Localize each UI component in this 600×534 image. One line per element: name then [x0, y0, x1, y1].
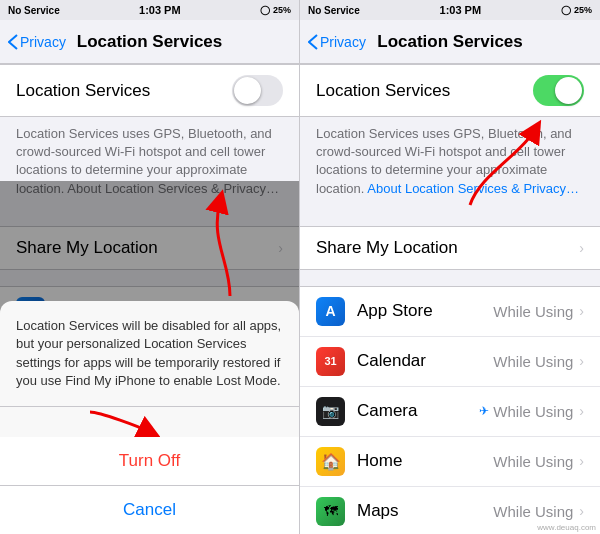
- calendar-value-right: While Using: [493, 353, 573, 370]
- bluetooth-icon: ◯: [260, 5, 270, 15]
- maps-chevron-right: ›: [579, 503, 584, 519]
- watermark: www.deuaq.com: [537, 523, 596, 532]
- camera-chevron-right: ›: [579, 403, 584, 419]
- location-toggle-left[interactable]: [232, 75, 283, 106]
- home-icon-right: 🏠: [316, 447, 345, 476]
- back-button-right[interactable]: Privacy: [308, 34, 366, 50]
- status-bar-right: No Service 1:03 PM ◯ 25%: [300, 0, 600, 20]
- location-toggle-right[interactable]: [533, 75, 584, 106]
- nav-title-left: Location Services: [77, 32, 223, 52]
- toggle-knob-left: [234, 77, 261, 104]
- back-label-left: Privacy: [20, 34, 66, 50]
- location-label-right: Location Services: [316, 81, 450, 101]
- location-toggle-row-left: Location Services: [0, 64, 299, 117]
- toggle-knob-right: [555, 77, 582, 104]
- calendar-chevron-right: ›: [579, 353, 584, 369]
- calendar-label-right: Calendar: [357, 351, 493, 371]
- turn-off-button[interactable]: Turn Off: [0, 437, 299, 486]
- description-right: Location Services uses GPS, Bluetooth, a…: [300, 117, 600, 210]
- cancel-button[interactable]: Cancel: [0, 486, 299, 534]
- signal-left: No Service: [8, 5, 60, 16]
- battery-left: ◯ 25%: [260, 5, 291, 15]
- app-list-right: A App Store While Using › 31 Calendar Wh…: [300, 286, 600, 534]
- calendar-icon-right: 31: [316, 347, 345, 376]
- alert-message: Location Services will be disabled for a…: [0, 301, 299, 407]
- maps-label-right: Maps: [357, 501, 493, 521]
- home-label-right: Home: [357, 451, 493, 471]
- maps-value-right: While Using: [493, 503, 573, 520]
- status-bar-left: No Service 1:03 PM ◯ 25%: [0, 0, 299, 20]
- location-label-left: Location Services: [16, 81, 150, 101]
- appstore-chevron-right: ›: [579, 303, 584, 319]
- share-row-right[interactable]: Share My Location ›: [300, 226, 600, 270]
- battery-left-value: 25%: [273, 5, 291, 15]
- alert-overlay: Location Services will be disabled for a…: [0, 181, 299, 534]
- bt-icon-right: ◯: [561, 5, 571, 15]
- content-right: Location Services Location Services uses…: [300, 64, 600, 534]
- back-button-left[interactable]: Privacy: [8, 34, 66, 50]
- camera-value-right: ✈ While Using: [479, 403, 573, 420]
- list-item[interactable]: 📷 Camera ✈ While Using ›: [300, 387, 600, 437]
- time-left: 1:03 PM: [139, 4, 181, 16]
- signal-right: No Service: [308, 5, 360, 16]
- camera-label-right: Camera: [357, 401, 479, 421]
- alert-box: Location Services will be disabled for a…: [0, 301, 299, 534]
- list-item[interactable]: 31 Calendar While Using ›: [300, 337, 600, 387]
- home-chevron-right: ›: [579, 453, 584, 469]
- list-item[interactable]: A App Store While Using ›: [300, 287, 600, 337]
- battery-right: ◯ 25%: [561, 5, 592, 15]
- camera-icon-right: 📷: [316, 397, 345, 426]
- appstore-label-right: App Store: [357, 301, 493, 321]
- share-label-right: Share My Location: [316, 238, 579, 258]
- battery-right-value: 25%: [574, 5, 592, 15]
- list-item[interactable]: 🏠 Home While Using ›: [300, 437, 600, 487]
- nav-bar-right: Privacy Location Services: [300, 20, 600, 64]
- back-label-right: Privacy: [320, 34, 366, 50]
- nav-bar-left: Privacy Location Services: [0, 20, 299, 64]
- nav-title-right: Location Services: [377, 32, 523, 52]
- right-panel: No Service 1:03 PM ◯ 25% Privacy Locatio…: [300, 0, 600, 534]
- location-toggle-row-right: Location Services: [300, 64, 600, 117]
- time-right: 1:03 PM: [440, 4, 482, 16]
- maps-icon-right: 🗺: [316, 497, 345, 526]
- appstore-value-right: While Using: [493, 303, 573, 320]
- left-panel: No Service 1:03 PM ◯ 25% Privacy Locatio…: [0, 0, 300, 534]
- share-chevron-right: ›: [579, 240, 584, 256]
- privacy-link-right[interactable]: About Location Services & Privacy…: [367, 181, 579, 196]
- appstore-icon-right: A: [316, 297, 345, 326]
- home-value-right: While Using: [493, 453, 573, 470]
